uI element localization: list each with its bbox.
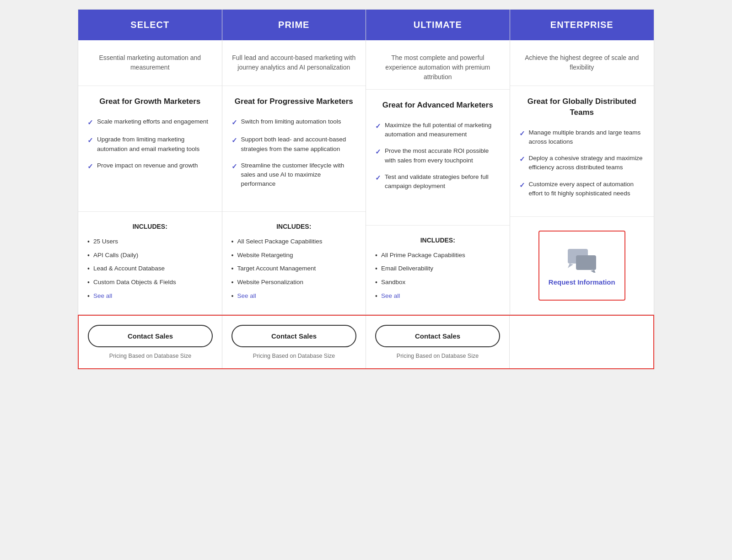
includes-title: INCLUDES: <box>375 237 501 244</box>
bullet-item: ✓Manage multiple brands and large teams … <box>519 128 645 147</box>
check-icon: ✓ <box>87 135 93 146</box>
includes-item: See all <box>231 292 357 301</box>
plan-prime-header: PRIME <box>222 10 366 40</box>
plan-ultimate: ULTIMATE The most complete and powerful … <box>366 10 510 315</box>
check-icon: ✓ <box>519 129 525 139</box>
pricing-bottom-grid: Contact Sales Pricing Based on Database … <box>78 315 654 369</box>
bullet-item: ✓Support both lead- and account-based st… <box>231 135 357 154</box>
check-icon: ✓ <box>231 135 237 146</box>
includes-item: Email Deliverability <box>375 264 501 274</box>
chat-icon <box>566 245 598 273</box>
includes-list: All Prime Package Capabilities Email Del… <box>375 251 501 301</box>
plan-enterprise-tagline: Great for Globally Distributed Teams <box>510 86 654 123</box>
includes-item: Custom Data Objects & Fields <box>87 278 213 287</box>
plan-select: SELECT Essential marketing automation an… <box>78 10 222 315</box>
contact-sales-prime[interactable]: Contact Sales <box>231 325 356 347</box>
svg-rect-1 <box>576 255 596 270</box>
footer-prime: Contact Sales Pricing Based on Database … <box>222 316 366 368</box>
includes-item: All Prime Package Capabilities <box>375 251 501 260</box>
plan-select-description: Essential marketing automation and measu… <box>78 40 222 86</box>
plan-enterprise-header: ENTERPRISE <box>510 10 654 40</box>
footer-ultimate: Contact Sales Pricing Based on Database … <box>366 316 510 368</box>
bullet-item: ✓Test and validate strategies before ful… <box>375 172 501 191</box>
plan-enterprise-bullets: ✓Manage multiple brands and large teams … <box>510 123 654 217</box>
bullet-item: ✓Maximize the full potential of marketin… <box>375 121 501 140</box>
plan-prime-tagline: Great for Progressive Marketers <box>222 86 366 112</box>
includes-item: Website Personalization <box>231 278 357 287</box>
plan-ultimate-header: ULTIMATE <box>366 10 510 40</box>
bullet-item: ✓Prove impact on revenue and growth <box>87 161 213 172</box>
check-icon: ✓ <box>375 147 381 157</box>
contact-sales-ultimate[interactable]: Contact Sales <box>375 325 500 347</box>
plan-prime: PRIME Full lead and account-based market… <box>222 10 366 315</box>
includes-item: API Calls (Daily) <box>87 251 213 260</box>
includes-item: Target Account Management <box>231 264 357 274</box>
bullet-item: ✓Customize every aspect of automation ef… <box>519 180 645 199</box>
pricing-note-ultimate: Pricing Based on Database Size <box>375 353 500 359</box>
see-all-link[interactable]: See all <box>93 292 112 301</box>
plan-prime-bullets: ✓Switch from limiting automation tools ✓… <box>222 112 366 212</box>
plan-enterprise-description: Achieve the highest degree of scale and … <box>510 40 654 86</box>
pricing-note-select: Pricing Based on Database Size <box>88 353 213 359</box>
bullet-item: ✓Switch from limiting automation tools <box>231 117 357 128</box>
see-all-link[interactable]: See all <box>381 292 400 301</box>
plan-ultimate-includes: INCLUDES: All Prime Package Capabilities… <box>366 226 510 315</box>
plan-ultimate-bullets: ✓Maximize the full potential of marketin… <box>366 115 510 226</box>
check-icon: ✓ <box>87 118 93 128</box>
bullet-item: ✓Prove the most accurate ROI possible wi… <box>375 146 501 165</box>
includes-title: INCLUDES: <box>87 223 213 230</box>
plan-ultimate-tagline: Great for Advanced Marketers <box>366 90 510 115</box>
footer-select: Contact Sales Pricing Based on Database … <box>79 316 222 368</box>
bullet-item: ✓Streamline the customer lifecycle with … <box>231 161 357 189</box>
check-icon: ✓ <box>519 180 525 191</box>
plan-prime-includes: INCLUDES: All Select Package Capabilitie… <box>222 212 366 315</box>
check-icon: ✓ <box>375 173 381 183</box>
check-icon: ✓ <box>375 121 381 132</box>
includes-title: INCLUDES: <box>231 223 357 230</box>
bullet-item: ✓Scale marketing efforts and engagement <box>87 117 213 128</box>
pricing-note-prime: Pricing Based on Database Size <box>231 353 356 359</box>
plan-select-tagline: Great for Growth Marketers <box>78 86 222 112</box>
includes-item: Sandbox <box>375 278 501 287</box>
check-icon: ✓ <box>231 162 237 172</box>
plan-enterprise-request: Request Information <box>510 217 654 315</box>
bullet-item: ✓Deploy a cohesive strategy and maximize… <box>519 154 645 172</box>
plan-select-includes: INCLUDES: 25 Users API Calls (Daily) Lea… <box>78 212 222 315</box>
plan-prime-description: Full lead and account-based marketing wi… <box>222 40 366 86</box>
plan-select-bullets: ✓Scale marketing efforts and engagement … <box>78 112 222 212</box>
includes-item: 25 Users <box>87 237 213 247</box>
includes-item: All Select Package Capabilities <box>231 237 357 247</box>
bullet-item: ✓Upgrade from limiting marketing automat… <box>87 135 213 154</box>
contact-sales-select[interactable]: Contact Sales <box>88 325 213 347</box>
pricing-comparison: SELECT Essential marketing automation an… <box>78 9 654 369</box>
includes-list: All Select Package Capabilities Website … <box>231 237 357 301</box>
footer-enterprise <box>510 316 653 368</box>
check-icon: ✓ <box>519 154 525 165</box>
plan-ultimate-description: The most complete and powerful experienc… <box>366 40 510 90</box>
includes-list: 25 Users API Calls (Daily) Lead & Accoun… <box>87 237 213 301</box>
plan-enterprise: ENTERPRISE Achieve the highest degree of… <box>510 10 654 315</box>
includes-item: Lead & Account Database <box>87 264 213 274</box>
check-icon: ✓ <box>231 118 237 128</box>
request-info-label[interactable]: Request Information <box>549 278 615 286</box>
includes-item: See all <box>375 292 501 301</box>
request-info-box[interactable]: Request Information <box>538 231 625 301</box>
pricing-top-grid: SELECT Essential marketing automation an… <box>78 9 654 315</box>
plan-select-header: SELECT <box>78 10 222 40</box>
see-all-link[interactable]: See all <box>237 292 256 301</box>
includes-item: See all <box>87 292 213 301</box>
check-icon: ✓ <box>87 162 93 172</box>
includes-item: Website Retargeting <box>231 251 357 260</box>
